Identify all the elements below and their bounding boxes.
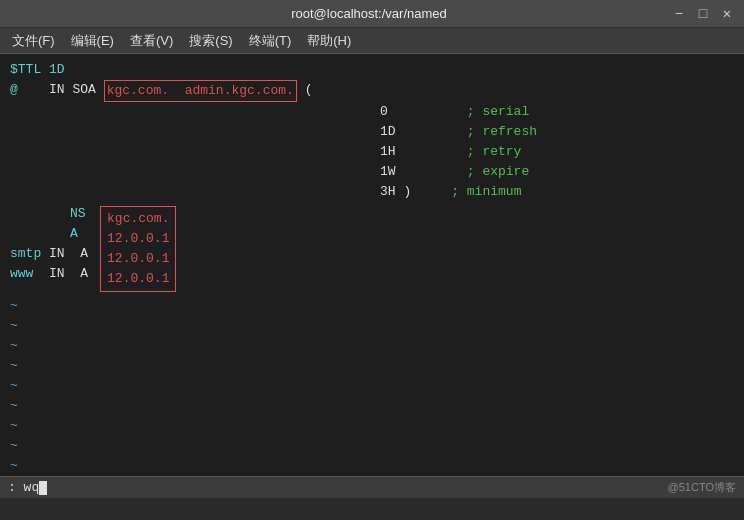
- ns-line: NS: [10, 204, 88, 224]
- serial-val: 0: [380, 102, 420, 122]
- line-soa: @ IN SOA kgc.com. admin.kgc.com. (: [10, 80, 734, 102]
- www-line: www IN A: [10, 264, 88, 284]
- serial-comment: ; serial: [467, 102, 529, 122]
- menu-help[interactable]: 帮助(H): [299, 30, 359, 52]
- serial-semicolon: [420, 102, 467, 122]
- a-val: 12.0.0.1: [107, 229, 169, 249]
- menu-bar: 文件(F) 编辑(E) 查看(V) 搜索(S) 终端(T) 帮助(H): [0, 28, 744, 54]
- ns-label: NS: [70, 204, 86, 224]
- watermark: @51CTO博客: [668, 480, 736, 495]
- command-input: : wq: [8, 480, 47, 495]
- cursor: [39, 481, 47, 495]
- tilde-8: ~: [10, 436, 734, 456]
- tilde-3: ~: [10, 336, 734, 356]
- smtp-val-line: 12.0.0.1: [107, 249, 169, 269]
- tilde-4: ~: [10, 356, 734, 376]
- tilde-5: ~: [10, 376, 734, 396]
- expire-val: 1W: [380, 162, 420, 182]
- minimum-comment: ; minimum: [451, 182, 521, 202]
- title-bar: root@localhost:/var/named − □ ✕: [0, 0, 744, 28]
- a-val-line: 12.0.0.1: [107, 229, 169, 249]
- minimum-space: [420, 182, 451, 202]
- ns-val-line: kgc.com.: [107, 209, 169, 229]
- window-title: root@localhost:/var/named: [68, 6, 670, 21]
- at-symbol: @: [10, 80, 18, 100]
- retry-val: 1H: [380, 142, 420, 162]
- tilde-9: ~: [10, 456, 734, 476]
- soa-paren: (: [297, 80, 313, 100]
- soa-in-label: IN SOA: [18, 80, 104, 100]
- retry-comment: ; retry: [467, 142, 522, 162]
- www-val: 12.0.0.1: [107, 269, 169, 289]
- records-section: NS A smtp IN A www IN A kgc.com. 12.0.0.…: [10, 204, 734, 292]
- retry-space: [420, 142, 467, 162]
- soa-box: kgc.com. admin.kgc.com.: [104, 80, 297, 102]
- soa-expire-line: 1W ; expire: [380, 162, 734, 182]
- line-ttl: $TTL 1D: [10, 60, 734, 80]
- smtp-label: smtp: [10, 244, 41, 264]
- maximize-button[interactable]: □: [694, 5, 712, 23]
- refresh-space: [420, 122, 467, 142]
- expire-space: [420, 162, 467, 182]
- smtp-val: 12.0.0.1: [107, 249, 169, 269]
- ns-val: kgc.com.: [107, 209, 169, 229]
- soa-minimum-line: 3H ) ; minimum: [380, 182, 734, 202]
- tilde-lines: ~ ~ ~ ~ ~ ~ ~ ~ ~: [10, 296, 734, 476]
- menu-view[interactable]: 查看(V): [122, 30, 181, 52]
- www-in-a: IN A: [33, 264, 88, 284]
- ttl-text: $TTL 1D: [10, 60, 65, 80]
- smtp-in-a: IN A: [41, 244, 88, 264]
- status-bar: : wq @51CTO博客: [0, 476, 744, 498]
- expire-comment: ; expire: [467, 162, 529, 182]
- refresh-val: 1D: [380, 122, 420, 142]
- www-label: www: [10, 264, 33, 284]
- menu-file[interactable]: 文件(F): [4, 30, 63, 52]
- window-controls[interactable]: − □ ✕: [670, 5, 736, 23]
- record-labels: NS A smtp IN A www IN A: [10, 204, 88, 284]
- record-values-box: kgc.com. 12.0.0.1 12.0.0.1 12.0.0.1: [100, 206, 176, 292]
- menu-edit[interactable]: 编辑(E): [63, 30, 122, 52]
- smtp-line: smtp IN A: [10, 244, 88, 264]
- minimize-button[interactable]: −: [670, 5, 688, 23]
- tilde-7: ~: [10, 416, 734, 436]
- soa-serial-line: 0 ; serial: [380, 102, 734, 122]
- soa-retry-line: 1H ; retry: [380, 142, 734, 162]
- soa-refresh-line: 1D ; refresh: [380, 122, 734, 142]
- editor-area: $TTL 1D @ IN SOA kgc.com. admin.kgc.com.…: [0, 54, 744, 498]
- tilde-2: ~: [10, 316, 734, 336]
- minimum-val: 3H ): [380, 182, 420, 202]
- soa-values: 0 ; serial 1D ; refresh 1H ; retry 1W ; …: [380, 102, 734, 202]
- tilde-6: ~: [10, 396, 734, 416]
- menu-search[interactable]: 搜索(S): [181, 30, 240, 52]
- www-val-line: 12.0.0.1: [107, 269, 169, 289]
- refresh-comment: ; refresh: [467, 122, 537, 142]
- tilde-1: ~: [10, 296, 734, 316]
- a-label: A: [70, 224, 78, 244]
- a-line: A: [10, 224, 88, 244]
- close-button[interactable]: ✕: [718, 5, 736, 23]
- menu-terminal[interactable]: 终端(T): [241, 30, 300, 52]
